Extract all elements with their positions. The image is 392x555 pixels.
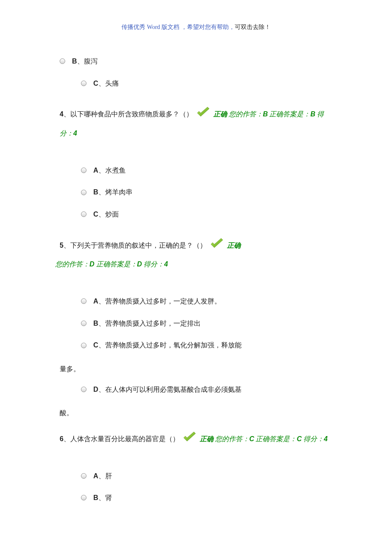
correct-label: 正确 xyxy=(200,435,213,442)
option-row-a: A、肝 xyxy=(81,467,332,485)
option-c-wrap: 量多。 xyxy=(60,360,332,378)
radio-icon[interactable] xyxy=(81,211,86,217)
question-number: 4 xyxy=(60,110,63,118)
option-row-b: B、烤羊肉串 xyxy=(81,183,332,201)
option-text: 头痛 xyxy=(105,80,119,87)
radio-icon[interactable] xyxy=(60,58,65,64)
option-letter: C xyxy=(93,80,98,87)
radio-icon[interactable] xyxy=(81,298,86,304)
question-text: 以下哪种食品中所含致癌物质最多？（） xyxy=(70,110,193,118)
option-letter: B xyxy=(72,58,77,65)
option-row-a: A、水煮鱼 xyxy=(81,162,332,179)
question-text: 人体含水量百分比最高的器官是（） xyxy=(70,435,179,442)
header-note: 传播优秀 Word 版文档 ，希望对您有帮助，可双击去除！ xyxy=(0,23,392,31)
checkmark-icon xyxy=(210,238,224,249)
question-text: 下列关于营养物质的叙述中，正确的是？（） xyxy=(70,242,207,249)
option-row-c: C、头痛 xyxy=(81,75,332,92)
correct-label: 正确 xyxy=(227,242,241,249)
radio-icon[interactable] xyxy=(81,190,86,195)
question-6: 6、人体含水量百分比最高的器官是（） 正确 您的作答：C 正确答案是：C 得分：… xyxy=(60,430,332,449)
radio-icon[interactable] xyxy=(81,321,86,326)
option-text: 腹泻 xyxy=(84,58,98,65)
checkmark-icon xyxy=(196,107,210,118)
answer-info: 您的作答：C 正确答案是：C 得分：4 xyxy=(215,435,328,442)
header-blue-text: 传播优秀 Word 版文档 ，希望对您有帮助， xyxy=(121,24,234,30)
option-d-wrap: 酸。 xyxy=(60,404,332,422)
answer-info: 您的作答：D 正确答案是：D 得分：4 xyxy=(55,260,168,268)
question-number: 5 xyxy=(60,242,63,249)
option-row-c: C、炒面 xyxy=(81,205,332,223)
radio-icon[interactable] xyxy=(81,387,86,392)
radio-icon[interactable] xyxy=(81,81,86,86)
option-row-b: B、营养物质摄入过多时，一定排出 xyxy=(81,315,332,332)
radio-icon[interactable] xyxy=(81,495,86,500)
option-row-b: B、肾 xyxy=(81,489,332,507)
question-4: 4、以下哪种食品中所含致癌物质最多？（） 正确 您的作答：B 正确答案是：B 得… xyxy=(60,105,332,143)
option-row-a: A、营养物质摄入过多时，一定使人发胖。 xyxy=(81,292,332,310)
radio-icon[interactable] xyxy=(81,343,86,348)
checkmark-icon xyxy=(183,431,196,442)
document-content: B、腹泻 C、头痛 4、以下哪种食品中所含致癌物质最多？（） 正确 您的作答：B… xyxy=(0,52,392,507)
option-row-c: C、营养物质摄入过多时，氧化分解加强，释放能 xyxy=(81,336,332,354)
correct-label: 正确 xyxy=(213,110,227,118)
radio-icon[interactable] xyxy=(81,168,86,173)
radio-icon[interactable] xyxy=(81,473,86,479)
option-row-d: D、在人体内可以利用必需氨基酸合成非必须氨基 xyxy=(81,381,332,399)
question-5: 5、下列关于营养物质的叙述中，正确的是？（） 正确 您的作答：D 正确答案是：D… xyxy=(60,236,332,275)
option-row-b: B、腹泻 xyxy=(60,52,332,70)
question-number: 6 xyxy=(60,435,63,442)
header-black-text: 可双击去除！ xyxy=(235,24,271,30)
